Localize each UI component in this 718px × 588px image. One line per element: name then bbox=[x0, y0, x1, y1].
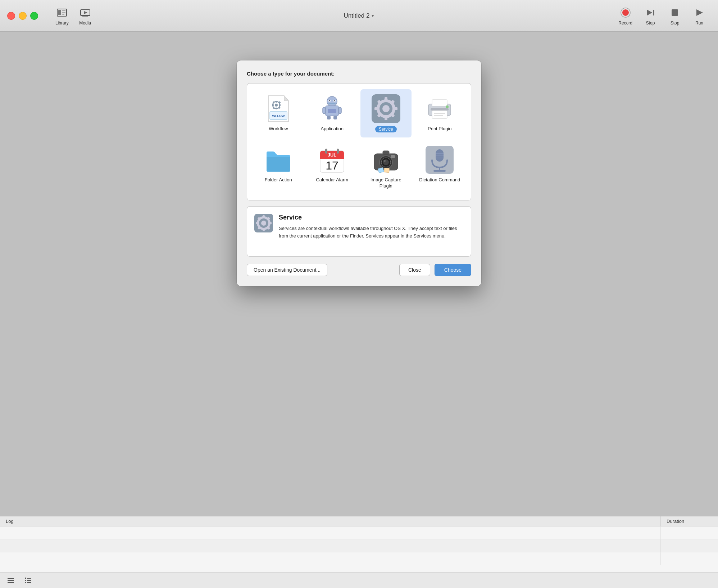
dictation-command-label: Dictation Command bbox=[419, 177, 460, 183]
svg-rect-12 bbox=[672, 9, 678, 16]
media-button[interactable]: Media bbox=[74, 4, 96, 28]
svg-rect-36 bbox=[323, 107, 326, 114]
svg-point-31 bbox=[329, 100, 330, 101]
record-button[interactable]: Record bbox=[613, 4, 637, 28]
svg-rect-86 bbox=[256, 222, 259, 224]
choose-button[interactable]: Choose bbox=[435, 264, 471, 276]
type-item-dictation-command[interactable]: Dictation Command bbox=[414, 140, 465, 194]
svg-rect-73 bbox=[384, 168, 389, 172]
maximize-button[interactable] bbox=[30, 12, 38, 20]
log-footer bbox=[0, 572, 718, 588]
log-header: Log Duration bbox=[0, 516, 718, 526]
svg-rect-21 bbox=[276, 108, 277, 109]
service-badge: Service bbox=[375, 126, 397, 132]
svg-rect-99 bbox=[25, 582, 26, 583]
svg-rect-93 bbox=[8, 580, 14, 581]
run-button[interactable]: Run bbox=[688, 4, 711, 28]
svg-rect-22 bbox=[272, 104, 274, 106]
svg-rect-71 bbox=[391, 155, 395, 158]
step-button[interactable]: Step bbox=[639, 4, 662, 28]
svg-marker-13 bbox=[696, 9, 703, 16]
log-rows bbox=[0, 526, 718, 565]
media-icon bbox=[79, 6, 92, 19]
description-title: Service bbox=[279, 214, 464, 221]
svg-rect-62 bbox=[325, 149, 327, 154]
calendar-alarm-icon: JUL 17 bbox=[318, 145, 346, 174]
svg-text:WFLOW: WFLOW bbox=[272, 114, 285, 118]
description-icon bbox=[254, 214, 273, 232]
type-item-application[interactable]: Application bbox=[307, 89, 358, 137]
step-label: Step bbox=[646, 21, 655, 26]
svg-point-28 bbox=[327, 96, 337, 107]
open-existing-button[interactable]: Open an Existing Document... bbox=[247, 264, 327, 276]
run-label: Run bbox=[695, 21, 703, 26]
svg-text:JUL: JUL bbox=[328, 152, 337, 158]
image-capture-icon bbox=[372, 145, 400, 174]
type-item-image-capture-plugin[interactable]: Image Capture Plugin bbox=[360, 140, 412, 194]
svg-rect-94 bbox=[8, 582, 14, 583]
titlebar: Library Media Untitled 2 ▾ bbox=[0, 0, 718, 32]
svg-rect-39 bbox=[333, 116, 337, 119]
desc-content: Service Services are contextual workflow… bbox=[279, 214, 464, 240]
svg-rect-3 bbox=[62, 12, 65, 13]
minimize-button[interactable] bbox=[19, 12, 27, 20]
svg-rect-20 bbox=[276, 101, 277, 103]
log-row bbox=[0, 539, 718, 552]
dialog-title: Choose a type for your document: bbox=[247, 71, 471, 77]
image-capture-label: Image Capture Plugin bbox=[363, 177, 409, 189]
library-button[interactable]: Library bbox=[51, 4, 73, 28]
print-plugin-label: Print Plugin bbox=[428, 126, 451, 132]
svg-rect-75 bbox=[436, 149, 444, 162]
svg-point-33 bbox=[334, 100, 335, 101]
record-icon bbox=[619, 6, 632, 19]
type-item-folder-action[interactable]: Folder Action bbox=[253, 140, 304, 194]
library-icon bbox=[55, 6, 68, 19]
workflow-icon: WFLOW bbox=[264, 94, 293, 123]
svg-point-9 bbox=[622, 9, 629, 16]
close-dialog-button[interactable]: Close bbox=[399, 264, 430, 276]
svg-rect-4 bbox=[62, 14, 64, 15]
dictation-command-icon bbox=[425, 145, 454, 174]
calendar-alarm-label: Calendar Alarm bbox=[316, 177, 348, 183]
svg-rect-84 bbox=[263, 215, 265, 218]
svg-rect-100 bbox=[27, 582, 31, 583]
close-button[interactable] bbox=[7, 12, 15, 20]
stop-icon bbox=[668, 6, 681, 19]
media-label: Media bbox=[79, 21, 91, 26]
svg-point-69 bbox=[383, 160, 386, 162]
type-item-service[interactable]: Service bbox=[360, 89, 412, 137]
print-plugin-icon bbox=[425, 94, 454, 123]
window-title: Untitled 2 ▾ bbox=[344, 12, 374, 19]
type-grid-container: WFLOW bbox=[247, 83, 471, 200]
svg-rect-63 bbox=[337, 149, 339, 154]
type-item-workflow[interactable]: WFLOW bbox=[253, 89, 304, 137]
log-row bbox=[0, 526, 718, 539]
record-label: Record bbox=[618, 21, 632, 26]
svg-point-57 bbox=[446, 105, 449, 108]
svg-rect-87 bbox=[269, 222, 272, 224]
svg-rect-85 bbox=[263, 228, 265, 231]
title-chevron[interactable]: ▾ bbox=[372, 13, 374, 18]
dialog-btn-group: Close Choose bbox=[399, 264, 471, 276]
svg-rect-38 bbox=[327, 116, 331, 119]
application-label: Application bbox=[321, 126, 344, 132]
folder-action-label: Folder Action bbox=[265, 177, 292, 183]
type-item-print-plugin[interactable]: Print Plugin bbox=[414, 89, 465, 137]
list-view-icon[interactable] bbox=[6, 575, 16, 585]
stop-button[interactable]: Stop bbox=[663, 4, 686, 28]
svg-rect-37 bbox=[338, 107, 341, 114]
svg-rect-98 bbox=[27, 580, 31, 581]
type-grid: WFLOW bbox=[253, 89, 465, 194]
folder-action-icon bbox=[264, 145, 293, 174]
svg-marker-10 bbox=[647, 10, 652, 15]
svg-rect-23 bbox=[279, 104, 281, 106]
workflow-label: Workflow bbox=[269, 126, 288, 132]
svg-text:17: 17 bbox=[326, 159, 338, 172]
svg-rect-11 bbox=[653, 10, 654, 15]
type-item-calendar-alarm[interactable]: JUL 17 Calendar Alarm bbox=[307, 140, 358, 194]
traffic-lights bbox=[7, 12, 38, 20]
svg-marker-15 bbox=[284, 96, 288, 101]
detail-view-icon[interactable] bbox=[23, 575, 33, 585]
svg-rect-56 bbox=[431, 108, 449, 110]
svg-rect-52 bbox=[432, 100, 447, 106]
